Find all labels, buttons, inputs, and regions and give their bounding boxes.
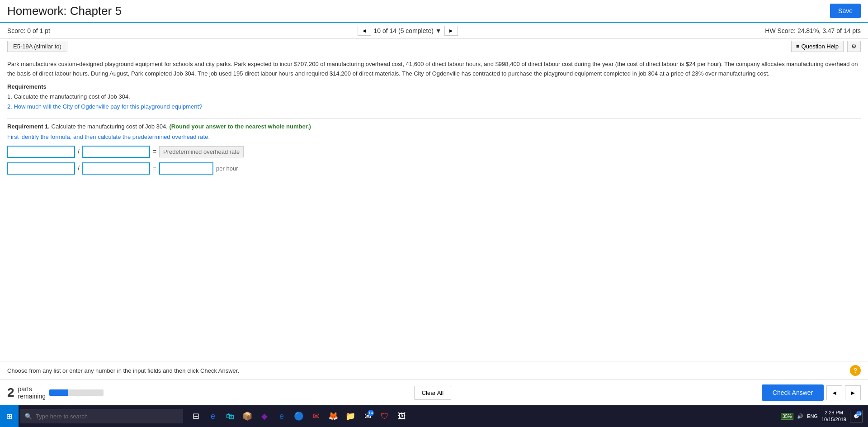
problem-text: Park manufactures custom-designed playgr… [7, 60, 861, 79]
app5-icon[interactable]: ✉ [309, 409, 323, 423]
sound-icon[interactable]: 🔊 [797, 413, 803, 419]
windows-icon: ⊞ [6, 412, 12, 421]
firefox-icon[interactable]: 🦊 [326, 409, 340, 423]
req1-text: 1. Calculate the manufacturing cost of J… [7, 92, 861, 102]
formula-row-2: / = per hour [7, 162, 861, 175]
progress-bar [49, 389, 104, 396]
formula-row1-equals: = [153, 148, 156, 155]
nav-label: 10 of 14 (5 complete) ▼ [374, 27, 442, 34]
divider [7, 118, 861, 119]
nav-next-button[interactable]: ► [444, 26, 458, 36]
req2-text: 2. How much will the City of Ogdenville … [7, 102, 861, 112]
question-tab-bar: E5-19A (similar to) ≡ Question Help ⚙ [0, 39, 868, 54]
formula-row1-input2[interactable] [82, 146, 150, 158]
score-label: Score: [7, 27, 25, 34]
list-icon: ≡ [796, 43, 800, 50]
action-nav-prev-button[interactable]: ◄ [826, 385, 842, 400]
store-icon[interactable]: 🛍 [223, 409, 237, 423]
action-center: Clear All [414, 386, 451, 400]
parts-text: parts remaining [18, 385, 46, 400]
navigation-group: ◄ 10 of 14 (5 complete) ▼ ► [358, 26, 458, 36]
taskbar: ⊞ 🔍 ⊟ e 🛍 📦 ◆ e 🔵 ✉ 🦊 📁 ✉ 14 🛡 🖼 35% 🔊 E… [0, 405, 868, 427]
taskbar-search-input[interactable] [36, 413, 179, 420]
requirements-title: Requirements [7, 83, 861, 90]
question-tab-right: ≡ Question Help ⚙ [791, 41, 861, 52]
formula-row1-input1[interactable] [7, 146, 75, 158]
app3-icon[interactable]: 📦 [240, 409, 255, 423]
mail-icon[interactable]: ✉ 14 [360, 409, 375, 423]
question-tab[interactable]: E5-19A (similar to) [7, 41, 67, 52]
gear-icon: ⚙ [851, 43, 857, 50]
formula-row2-input2[interactable] [82, 162, 150, 175]
notification-badge: 13 [856, 411, 862, 416]
nav-prev-button[interactable]: ◄ [358, 26, 371, 36]
photos-icon[interactable]: 🖼 [395, 409, 409, 423]
settings-button[interactable]: ⚙ [847, 41, 861, 52]
req2-link[interactable]: 2. How much will the City of Ogdenville … [7, 103, 202, 110]
hw-score-value: 24.81%, 3.47 of 14 pts [797, 27, 861, 34]
check-answer-button[interactable]: Check Answer [762, 384, 824, 401]
clock: 2:28 PM 10/15/2019 [821, 409, 846, 423]
formula-row2-equals: = [153, 165, 156, 172]
main-content: Park manufactures custom-designed playgr… [0, 54, 868, 361]
instruction-bar: Choose from any list or enter any number… [0, 361, 868, 380]
formula-row2-input1[interactable] [7, 162, 75, 175]
hw-score-label: HW Score: [765, 27, 796, 34]
taskbar-tray: 35% 🔊 ENG 2:28 PM 10/15/2019 💬 13 [775, 409, 868, 423]
antivirus-icon[interactable]: 🛡 [377, 409, 392, 423]
header-bar: Homework: Chapter 5 Save [0, 0, 868, 23]
chrome-icon[interactable]: 🔵 [292, 409, 306, 423]
formula-row1-label: Predetermined overhead rate [159, 146, 244, 157]
app4-icon[interactable]: ◆ [257, 409, 272, 423]
formula-row2-divider: / [78, 165, 80, 172]
overhead-instruction: First identify the formula, and then cal… [7, 133, 861, 140]
taskbar-icons-area: ⊟ e 🛍 📦 ◆ e 🔵 ✉ 🦊 📁 ✉ 14 🛡 🖼 [185, 409, 775, 423]
per-hour-label: per hour [216, 165, 238, 172]
formula-row-1: / = Predetermined overhead rate [7, 146, 861, 158]
taskview-icon[interactable]: ⊟ [189, 409, 203, 423]
score-info: Score: 0 of 1 pt [7, 27, 50, 34]
requirements-list: 1. Calculate the manufacturing cost of J… [7, 92, 861, 112]
parts-number: 2 [7, 385, 14, 400]
score-value: 0 of 1 pt [27, 27, 50, 34]
page-title: Homework: Chapter 5 [7, 4, 122, 18]
hw-score-info: HW Score: 24.81%, 3.47 of 14 pts [765, 27, 861, 34]
parts-info: 2 parts remaining [7, 385, 104, 400]
score-bar: Score: 0 of 1 pt ◄ 10 of 14 (5 complete)… [0, 23, 868, 39]
clear-all-button[interactable]: Clear All [414, 386, 451, 400]
lang-label: ENG [807, 413, 818, 419]
search-icon: 🔍 [25, 413, 32, 420]
help-circle-button[interactable]: ? [850, 365, 861, 376]
question-help-button[interactable]: ≡ Question Help [791, 41, 844, 52]
requirements-section: Requirements 1. Calculate the manufactur… [7, 83, 861, 112]
edge-icon[interactable]: e [274, 409, 289, 423]
req1-heading: Requirement 1. Calculate the manufacturi… [7, 123, 861, 130]
start-button[interactable]: ⊞ [0, 405, 19, 427]
progress-bar-fill [49, 389, 68, 396]
formula-row2-result[interactable] [159, 162, 213, 175]
formula-row1-divider: / [78, 148, 80, 155]
notification-center[interactable]: 💬 13 [850, 410, 863, 422]
ie-icon[interactable]: e [206, 409, 220, 423]
folder-icon[interactable]: 📁 [343, 409, 358, 423]
action-right: Check Answer ◄ ► [762, 384, 861, 401]
action-nav-next-button[interactable]: ► [845, 385, 861, 400]
battery-indicator: 35% [781, 413, 793, 420]
taskbar-search-box[interactable]: 🔍 [20, 409, 183, 423]
save-button[interactable]: Save [830, 4, 861, 18]
instruction-text: Choose from any list or enter any number… [7, 367, 239, 374]
action-bar: 2 parts remaining Clear All Check Answer… [0, 380, 868, 405]
